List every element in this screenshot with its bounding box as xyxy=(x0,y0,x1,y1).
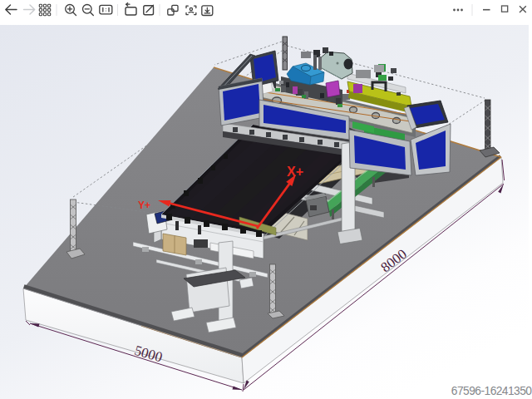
svg-text:67596-16241350: 67596-16241350 xyxy=(451,385,532,397)
svg-text:X+: X+ xyxy=(287,165,303,179)
svg-text:Y+: Y+ xyxy=(138,200,150,211)
